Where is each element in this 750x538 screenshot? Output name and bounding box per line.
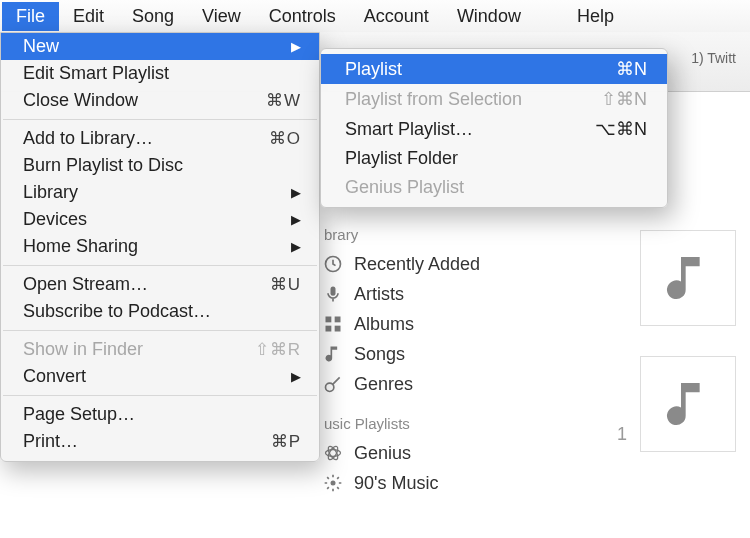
- menu-controls[interactable]: Controls: [255, 2, 350, 31]
- menu-item-label: Subscribe to Podcast…: [23, 301, 211, 322]
- menu-help[interactable]: Help: [563, 2, 628, 31]
- svg-point-10: [331, 481, 336, 486]
- library-item-label: Songs: [354, 344, 405, 365]
- album-cards: 1: [640, 230, 736, 452]
- menu-item-label: Library: [23, 182, 78, 203]
- submenu-arrow-icon: ▶: [291, 185, 301, 200]
- album-card[interactable]: 1: [640, 356, 736, 452]
- menu-item-label: Edit Smart Playlist: [23, 63, 169, 84]
- file-menu-item[interactable]: Convert▶: [1, 363, 319, 390]
- svg-rect-2: [326, 317, 332, 323]
- file-menu-item[interactable]: Add to Library…⌘O: [1, 125, 319, 152]
- menu-shortcut: ⌘N: [616, 58, 647, 80]
- submenu-arrow-icon: ▶: [291, 39, 301, 54]
- menu-shortcut: ⌘W: [266, 90, 301, 111]
- file-menu-item[interactable]: Subscribe to Podcast…: [1, 298, 319, 325]
- gear-icon: [322, 472, 344, 494]
- new-submenu-item: Playlist from Selection⇧⌘N: [321, 84, 667, 114]
- mic-icon: [322, 283, 344, 305]
- menu-shortcut: ⌘P: [271, 431, 301, 452]
- new-submenu-item[interactable]: Smart Playlist…⌥⌘N: [321, 114, 667, 144]
- file-menu-item[interactable]: Page Setup…: [1, 401, 319, 428]
- guitar-icon: [322, 373, 344, 395]
- menu-item-label: Playlist: [345, 59, 402, 80]
- library-item[interactable]: Recently Added: [322, 249, 480, 279]
- menu-item-label: Open Stream…: [23, 274, 148, 295]
- menu-window[interactable]: Window: [443, 2, 535, 31]
- submenu-arrow-icon: ▶: [291, 212, 301, 227]
- menu-account[interactable]: Account: [350, 2, 443, 31]
- svg-rect-4: [326, 326, 332, 332]
- library-item[interactable]: Genius: [322, 438, 480, 468]
- menu-separator: [3, 119, 317, 120]
- new-submenu-item[interactable]: Playlist⌘N: [321, 54, 667, 84]
- menu-item-label: Playlist from Selection: [345, 89, 522, 110]
- file-menu-dropdown: New▶Edit Smart PlaylistClose Window⌘WAdd…: [0, 32, 320, 462]
- library-item-label: Albums: [354, 314, 414, 335]
- music-note-icon: [660, 250, 716, 306]
- submenu-arrow-icon: ▶: [291, 239, 301, 254]
- menu-shortcut: ⇧⌘R: [255, 339, 301, 360]
- file-menu-item[interactable]: Burn Playlist to Disc: [1, 152, 319, 179]
- menubar: File Edit Song View Controls Account Win…: [0, 0, 750, 32]
- menu-shortcut: ⌘O: [269, 128, 301, 149]
- menu-song[interactable]: Song: [118, 2, 188, 31]
- svg-rect-1: [331, 287, 336, 296]
- menu-separator: [3, 330, 317, 331]
- library-item-label: Genres: [354, 374, 413, 395]
- grid-icon: [322, 313, 344, 335]
- menu-shortcut: ⇧⌘N: [601, 88, 647, 110]
- menu-item-label: Print…: [23, 431, 78, 452]
- spark-icon[interactable]: [535, 3, 563, 29]
- library-item[interactable]: Albums: [322, 309, 480, 339]
- menu-item-label: Home Sharing: [23, 236, 138, 257]
- menu-item-label: Smart Playlist…: [345, 119, 473, 140]
- menu-item-label: Close Window: [23, 90, 138, 111]
- library-item[interactable]: 90's Music: [322, 468, 480, 498]
- playlists-header: usic Playlists: [324, 415, 480, 432]
- card-index: 1: [617, 424, 627, 445]
- music-note-icon: [660, 376, 716, 432]
- library-item-label: Recently Added: [354, 254, 480, 275]
- file-menu-item: Show in Finder⇧⌘R: [1, 336, 319, 363]
- menu-item-label: New: [23, 36, 59, 57]
- svg-rect-5: [335, 326, 341, 332]
- library-sidebar-partial: brary Recently AddedArtistsAlbumsSongsGe…: [322, 210, 480, 498]
- menu-item-label: Burn Playlist to Disc: [23, 155, 183, 176]
- library-item-label: Genius: [354, 443, 411, 464]
- menu-item-label: Add to Library…: [23, 128, 153, 149]
- menu-shortcut: ⌥⌘N: [595, 118, 647, 140]
- menu-view[interactable]: View: [188, 2, 255, 31]
- library-item[interactable]: Genres: [322, 369, 480, 399]
- atom-icon: [322, 442, 344, 464]
- library-item[interactable]: Artists: [322, 279, 480, 309]
- clock-icon: [322, 253, 344, 275]
- new-submenu-item[interactable]: Playlist Folder: [321, 144, 667, 173]
- file-menu-item[interactable]: Library▶: [1, 179, 319, 206]
- file-menu-item[interactable]: New▶: [1, 33, 319, 60]
- menu-edit[interactable]: Edit: [59, 2, 118, 31]
- file-menu-item[interactable]: Devices▶: [1, 206, 319, 233]
- svg-rect-3: [335, 317, 341, 323]
- menu-file[interactable]: File: [2, 2, 59, 31]
- file-menu-item[interactable]: Edit Smart Playlist: [1, 60, 319, 87]
- library-item[interactable]: Songs: [322, 339, 480, 369]
- submenu-arrow-icon: ▶: [291, 369, 301, 384]
- new-submenu-item: Genius Playlist: [321, 173, 667, 202]
- file-menu-item[interactable]: Print…⌘P: [1, 428, 319, 455]
- menu-separator: [3, 265, 317, 266]
- menu-item-label: Devices: [23, 209, 87, 230]
- library-header: brary: [324, 226, 480, 243]
- album-card[interactable]: [640, 230, 736, 326]
- svg-point-7: [326, 450, 341, 457]
- file-menu-item[interactable]: Home Sharing▶: [1, 233, 319, 260]
- new-submenu: Playlist⌘NPlaylist from Selection⇧⌘NSmar…: [320, 48, 668, 208]
- library-item-label: Artists: [354, 284, 404, 305]
- menu-separator: [3, 395, 317, 396]
- file-menu-item[interactable]: Open Stream…⌘U: [1, 271, 319, 298]
- menu-shortcut: ⌘U: [270, 274, 301, 295]
- menu-item-label: Page Setup…: [23, 404, 135, 425]
- file-menu-item[interactable]: Close Window⌘W: [1, 87, 319, 114]
- library-item-label: 90's Music: [354, 473, 438, 494]
- browser-tab-hint: 1) Twitt: [691, 50, 736, 66]
